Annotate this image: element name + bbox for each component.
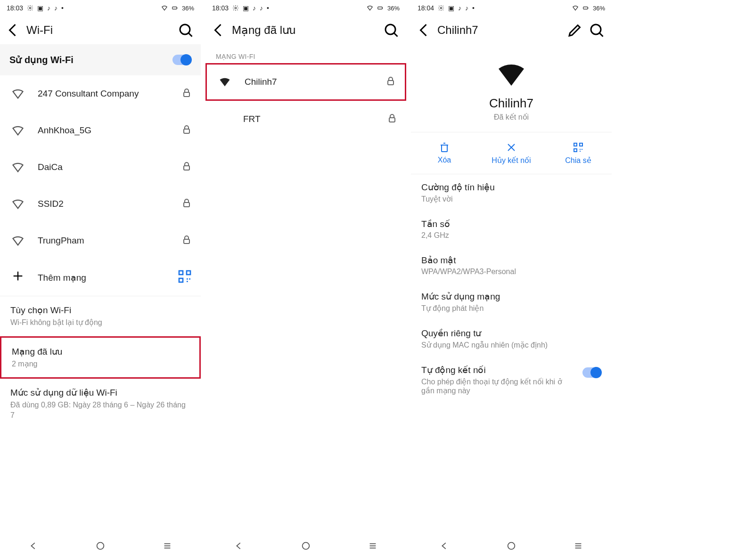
- page-title: Chilinh7: [437, 24, 562, 37]
- screen-wifi-list: 18:03 ▣ ♪ ♪ • 36% Wi-Fi Sử dụng Wi-Fi 24…: [0, 0, 201, 560]
- detail-value: Tự động phát hiện: [421, 304, 601, 313]
- wifi-network-row[interactable]: DaiCa: [0, 149, 201, 186]
- status-time: 18:03: [212, 4, 229, 12]
- wifi-signal-icon: [11, 124, 25, 137]
- wifi-network-row[interactable]: 247 Consultant Company: [0, 75, 201, 112]
- screen-network-detail: 18:04 ▣ ♪ ♪ • 36% Chilinh7 Chilinh7 Đã k…: [411, 0, 612, 560]
- network-header: Chilinh7 Đã kết nối: [411, 44, 612, 132]
- wifi-status-icon: [161, 5, 168, 11]
- status-app-icon: ▣: [37, 4, 43, 12]
- detail-value: Sử dụng MAC ngẫu nhiên (mặc định): [421, 341, 601, 349]
- frequency-row[interactable]: Tần số 2,4 GHz: [411, 211, 612, 247]
- status-bar: 18:03 ▣ ♪ ♪ • 36%: [0, 0, 201, 16]
- status-bar: 18:04 ▣ ♪ ♪ • 36%: [411, 0, 612, 16]
- status-app-icon: ♪: [54, 4, 57, 12]
- back-button[interactable]: [210, 22, 227, 39]
- option-title: Mức sử dụng dữ liệu Wi-Fi: [10, 387, 190, 398]
- status-time: 18:04: [418, 4, 434, 12]
- nav-bar: [205, 534, 406, 560]
- use-wifi-toggle[interactable]: [172, 55, 191, 65]
- option-subtitle: Wi-Fi không bật lại tự động: [10, 317, 190, 328]
- status-bar: 18:03 ▣ ♪ ♪ • 36%: [205, 0, 406, 16]
- action-bar: Xóa Hủy kết nối Chia sẻ: [411, 132, 612, 174]
- status-app-icon: ▣: [448, 4, 454, 12]
- gear-icon: [438, 5, 444, 11]
- add-network-row[interactable]: Thêm mạng: [0, 259, 201, 296]
- option-title: Tùy chọn Wi-Fi: [10, 305, 190, 316]
- action-label: Hủy kết nối: [492, 156, 531, 165]
- wifi-signal-icon: [218, 75, 231, 89]
- section-label: MẠNG WI-FI: [205, 44, 406, 63]
- status-time: 18:03: [7, 4, 23, 12]
- detail-title: Tự động kết nối: [421, 365, 577, 375]
- nav-home[interactable]: [301, 541, 311, 553]
- status-app-icon: ♪: [465, 4, 468, 12]
- nav-back[interactable]: [28, 541, 39, 553]
- detail-title: Mức sử dụng mạng: [421, 291, 601, 302]
- status-app-icon: ▣: [243, 4, 249, 12]
- detail-value: 2,4 GHz: [421, 231, 601, 240]
- edit-button[interactable]: [566, 22, 583, 39]
- nav-back[interactable]: [439, 541, 450, 553]
- wifi-name: AnhKhoa_5G: [38, 125, 168, 136]
- share-button[interactable]: Chia sẻ: [545, 132, 612, 174]
- nav-recent[interactable]: [368, 541, 378, 553]
- wifi-signal-icon: [11, 234, 25, 247]
- status-more-icon: •: [267, 4, 269, 12]
- auto-connect-toggle[interactable]: [582, 367, 601, 378]
- gear-icon: [27, 5, 33, 11]
- nav-home[interactable]: [506, 541, 516, 553]
- wifi-name: FRT: [243, 114, 373, 124]
- disconnect-button[interactable]: Hủy kết nối: [478, 132, 545, 174]
- status-app-icon: ♪: [253, 4, 256, 12]
- back-button[interactable]: [416, 22, 433, 39]
- wifi-network-row[interactable]: SSID2: [0, 186, 201, 222]
- back-button[interactable]: [5, 22, 22, 39]
- nav-recent[interactable]: [573, 541, 583, 553]
- search-button[interactable]: [588, 22, 605, 39]
- use-wifi-row[interactable]: Sử dụng Wi-Fi: [0, 44, 201, 75]
- signal-strength-row[interactable]: Cường độ tín hiệu Tuyệt vời: [411, 174, 612, 211]
- nav-bar: [0, 534, 201, 560]
- page-title: Mạng đã lưu: [232, 24, 378, 37]
- nav-back[interactable]: [234, 541, 244, 553]
- network-status: Đã kết nối: [494, 113, 529, 122]
- wifi-preferences-row[interactable]: Tùy chọn Wi-Fi Wi-Fi không bật lại tự độ…: [0, 296, 201, 336]
- saved-networks-row[interactable]: Mạng đã lưu 2 mạng: [0, 336, 201, 379]
- nav-recent[interactable]: [162, 541, 172, 553]
- status-app-icon: ♪: [47, 4, 50, 12]
- saved-network-row[interactable]: Chilinh7: [205, 63, 406, 101]
- network-usage-row[interactable]: Mức sử dụng mạng Tự động phát hiện: [411, 284, 612, 320]
- lock-icon: [181, 161, 192, 174]
- wifi-network-row[interactable]: TrungPham: [0, 222, 201, 259]
- screen-saved-networks: 18:03 ▣ ♪ ♪ • 36% Mạng đã lưu MẠNG WI-FI…: [205, 0, 406, 560]
- page-title: Wi-Fi: [26, 24, 172, 37]
- wifi-status-icon: [367, 5, 373, 11]
- nav-bar: [411, 534, 612, 560]
- lock-icon: [181, 197, 192, 211]
- privacy-row[interactable]: Quyền riêng tư Sử dụng MAC ngẫu nhiên (m…: [411, 320, 612, 357]
- header: Chilinh7: [411, 16, 612, 44]
- saved-network-row[interactable]: FRT: [205, 101, 406, 138]
- action-label: Xóa: [438, 156, 451, 164]
- wifi-name: TrungPham: [38, 235, 168, 246]
- wifi-network-row[interactable]: AnhKhoa_5G: [0, 112, 201, 149]
- search-button[interactable]: [177, 22, 194, 39]
- qr-scan-button[interactable]: [177, 269, 192, 286]
- use-wifi-label: Sử dụng Wi-Fi: [9, 54, 74, 65]
- auto-connect-row[interactable]: Tự động kết nối Cho phép điện thoại tự đ…: [411, 357, 612, 403]
- detail-title: Tần số: [421, 219, 601, 229]
- gear-icon: [232, 5, 239, 11]
- lock-icon: [385, 75, 396, 89]
- security-row[interactable]: Bảo mật WPA/WPA2/WPA3-Personal: [411, 247, 612, 284]
- battery-percent: 36%: [593, 5, 605, 12]
- battery-percent: 36%: [387, 5, 400, 12]
- nav-home[interactable]: [95, 541, 106, 553]
- wifi-data-usage-row[interactable]: Mức sử dụng dữ liệu Wi-Fi Đã dùng 0,89 G…: [0, 379, 201, 429]
- status-more-icon: •: [472, 4, 475, 12]
- wifi-signal-icon: [11, 197, 25, 211]
- forget-button[interactable]: Xóa: [411, 132, 478, 174]
- wifi-name: 247 Consultant Company: [38, 89, 168, 99]
- detail-title: Bảo mật: [421, 255, 601, 266]
- search-button[interactable]: [383, 22, 400, 39]
